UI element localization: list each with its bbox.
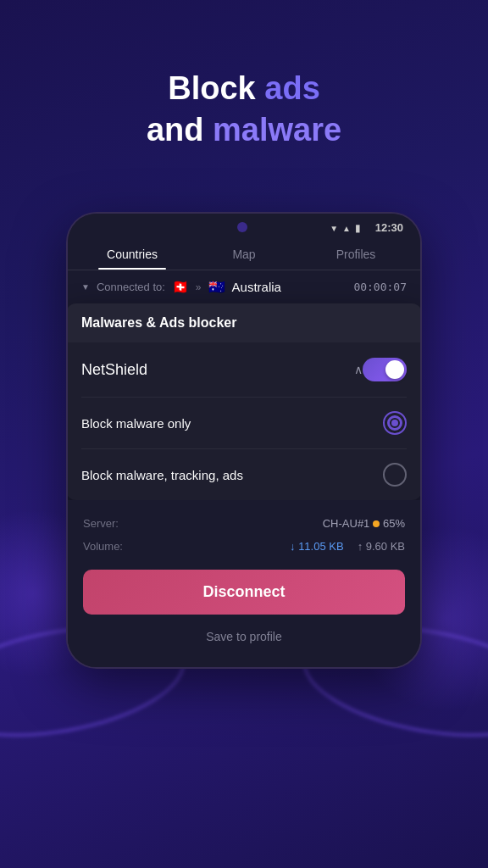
chevron-down-icon: ▼ bbox=[81, 282, 90, 292]
radio-tracking-ads[interactable] bbox=[383, 463, 407, 487]
server-row: Server: CH-AU#1 65% bbox=[83, 512, 405, 535]
connected-section: ▼ Connected to: 🇨🇭 » 🇦🇺 Australia 00:00:… bbox=[68, 270, 420, 303]
bottom-panel: Server: CH-AU#1 65% Volume: ↓ 11.05 KB ↑… bbox=[68, 500, 420, 667]
tab-profiles[interactable]: Profiles bbox=[300, 237, 412, 270]
popup-title: Malwares & Ads blocker bbox=[81, 315, 236, 330]
netshield-label: NetShield bbox=[81, 361, 347, 379]
load-dot bbox=[373, 520, 380, 527]
load-indicator: 65% bbox=[373, 517, 405, 530]
phone-frame: 12:30 Countries Map Profiles ▼ Connected… bbox=[66, 212, 422, 669]
headline-block: Block ads bbox=[168, 70, 320, 106]
connection-timer: 00:00:07 bbox=[353, 281, 407, 293]
signal-icon bbox=[342, 220, 351, 235]
tab-map[interactable]: Map bbox=[188, 237, 300, 270]
arrow-right-icon: » bbox=[196, 281, 202, 293]
toggle-knob bbox=[385, 360, 404, 379]
headline: Block ads and malware bbox=[147, 68, 341, 152]
disconnect-button[interactable]: Disconnect bbox=[83, 570, 405, 615]
phone-mockup: 12:30 Countries Map Profiles ▼ Connected… bbox=[66, 212, 422, 669]
tab-bar: Countries Map Profiles bbox=[68, 237, 420, 270]
chevron-up-icon: ∧ bbox=[354, 363, 363, 376]
headline-malware: and malware bbox=[147, 112, 341, 147]
volume-label: Volume: bbox=[83, 540, 151, 553]
save-profile-link[interactable]: Save to profile bbox=[83, 623, 405, 655]
volume-download: ↓ 11.05 KB bbox=[290, 540, 344, 553]
option-malware-only-label: Block malware only bbox=[81, 416, 383, 431]
radio-malware-only[interactable] bbox=[383, 411, 407, 435]
option-malware-only[interactable]: Block malware only bbox=[81, 398, 407, 449]
battery-icon bbox=[355, 220, 361, 235]
server-label: Server: bbox=[83, 517, 151, 530]
option-tracking-ads-label: Block malware, tracking, ads bbox=[81, 468, 383, 482]
server-value: CH-AU#1 65% bbox=[323, 517, 405, 530]
volume-row: Volume: ↓ 11.05 KB ↑ 9.60 KB bbox=[83, 535, 405, 558]
netshield-toggle[interactable] bbox=[363, 358, 407, 381]
popup-panel: Malwares & Ads blocker NetShield ∧ Block… bbox=[66, 303, 422, 500]
status-icons bbox=[330, 220, 361, 235]
popup-body: NetShield ∧ Block malware only Block mal… bbox=[66, 342, 422, 500]
volume-values: ↓ 11.05 KB ↑ 9.60 KB bbox=[290, 540, 405, 553]
tab-countries[interactable]: Countries bbox=[76, 237, 188, 270]
radio-inner bbox=[387, 415, 402, 431]
popup-header: Malwares & Ads blocker bbox=[66, 303, 422, 342]
wifi-icon bbox=[330, 220, 338, 235]
from-flag: 🇨🇭 bbox=[172, 279, 189, 295]
camera-notch bbox=[237, 222, 247, 232]
header-section: Block ads and malware bbox=[147, 68, 341, 152]
status-bar: 12:30 bbox=[68, 214, 420, 237]
volume-upload: ↑ 9.60 KB bbox=[358, 540, 405, 553]
status-time: 12:30 bbox=[375, 221, 403, 234]
netshield-row: NetShield ∧ bbox=[81, 342, 407, 398]
option-malware-tracking-ads[interactable]: Block malware, tracking, ads bbox=[81, 449, 407, 500]
to-flag: 🇦🇺 bbox=[208, 279, 225, 295]
